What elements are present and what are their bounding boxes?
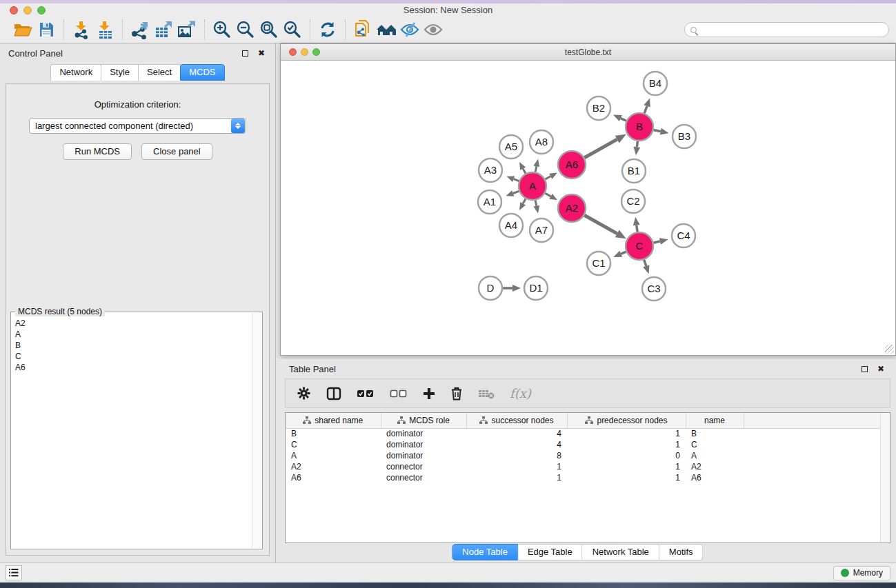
result-scrollbar[interactable] bbox=[252, 313, 261, 548]
first-neighbors-icon[interactable] bbox=[375, 19, 398, 41]
graph-node-A4[interactable]: A4 bbox=[499, 214, 523, 237]
delete-table-icon[interactable] bbox=[478, 383, 495, 404]
search-input[interactable] bbox=[701, 23, 888, 36]
export-image-icon[interactable] bbox=[175, 19, 199, 41]
graph-edge-A-A2[interactable] bbox=[545, 193, 550, 196]
criterion-select[interactable]: largest connected component (directed) bbox=[29, 118, 246, 134]
table-row[interactable]: Bdominator 41 B bbox=[286, 428, 890, 439]
graph-node-C[interactable]: C bbox=[626, 232, 653, 260]
tab-select[interactable]: Select bbox=[139, 64, 181, 81]
graph-node-A1[interactable]: A1 bbox=[478, 190, 501, 214]
graph-node-B3[interactable]: B3 bbox=[673, 125, 696, 148]
graph-edge-A-A5[interactable] bbox=[523, 169, 526, 174]
show-panels-list-button[interactable] bbox=[6, 565, 22, 580]
refresh-icon[interactable] bbox=[316, 19, 339, 41]
run-mcds-button[interactable]: Run MCDS bbox=[63, 143, 132, 160]
table-scrollbar[interactable] bbox=[880, 413, 890, 543]
graph-edge-B-B2[interactable] bbox=[621, 119, 626, 121]
network-graph[interactable]: B4B2BB3A5A8A6B1A3AC2A1A2A4A7C4CC1C3DD1 bbox=[281, 61, 895, 356]
zoom-out-icon[interactable] bbox=[234, 19, 257, 41]
export-network-icon[interactable] bbox=[128, 19, 152, 41]
show-column-panel-icon[interactable] bbox=[326, 383, 341, 404]
select-all-columns-icon[interactable] bbox=[357, 383, 375, 404]
graph-node-C4[interactable]: C4 bbox=[672, 224, 695, 247]
graph-node-A7[interactable]: A7 bbox=[530, 219, 553, 242]
tab-style[interactable]: Style bbox=[101, 64, 139, 81]
show-all-icon[interactable] bbox=[421, 19, 445, 41]
tab-network-table[interactable]: Network Table bbox=[583, 544, 659, 560]
import-network-icon[interactable] bbox=[70, 19, 93, 41]
tab-edge-table[interactable]: Edge Table bbox=[518, 544, 583, 560]
import-table-icon[interactable] bbox=[93, 19, 117, 41]
table-row[interactable]: A6connector 11 A6 bbox=[286, 472, 890, 483]
zoom-in-icon[interactable] bbox=[210, 19, 234, 41]
tab-node-table[interactable]: Node Table bbox=[452, 544, 518, 560]
graph-edge-C-C4[interactable] bbox=[653, 241, 659, 243]
close-panel-button[interactable]: Close panel bbox=[141, 143, 212, 160]
network-minimize-button[interactable] bbox=[301, 48, 308, 56]
graph-node-B1[interactable]: B1 bbox=[622, 159, 646, 183]
graph-node-B4[interactable]: B4 bbox=[644, 72, 667, 95]
graph-edge-A-A4[interactable] bbox=[523, 199, 526, 203]
minimize-window-button[interactable] bbox=[23, 6, 32, 14]
export-table-icon[interactable] bbox=[152, 19, 175, 41]
table-row[interactable]: Adominator 80 A bbox=[286, 450, 890, 461]
graph-edge-A-A3[interactable] bbox=[514, 179, 519, 181]
mcds-result-item[interactable]: A2 bbox=[15, 318, 251, 329]
float-panel-icon[interactable] bbox=[239, 48, 250, 59]
graph-edge-A2-C[interactable] bbox=[584, 215, 617, 234]
mcds-result-item[interactable]: C bbox=[15, 351, 251, 362]
table-row[interactable]: Cdominator 41 C bbox=[286, 439, 890, 450]
column-header-name[interactable]: name bbox=[686, 413, 744, 428]
graph-node-C3[interactable]: C3 bbox=[642, 277, 666, 301]
table-settings-gear-icon[interactable] bbox=[297, 383, 311, 404]
graph-node-A6[interactable]: A6 bbox=[558, 151, 586, 179]
zoom-window-button[interactable] bbox=[37, 6, 46, 14]
graph-edge-A-A6[interactable] bbox=[545, 176, 550, 179]
graph-node-C2[interactable]: C2 bbox=[621, 190, 645, 213]
graph-node-A2[interactable]: A2 bbox=[558, 194, 586, 222]
close-panel-icon[interactable]: ✖ bbox=[256, 48, 267, 59]
unselect-all-columns-icon[interactable] bbox=[390, 383, 408, 404]
graph-edge-C-C3[interactable] bbox=[644, 260, 646, 266]
save-session-icon[interactable] bbox=[34, 19, 58, 41]
graph-edge-C-C1[interactable] bbox=[621, 252, 626, 254]
network-zoom-button[interactable] bbox=[312, 48, 320, 56]
mcds-result-item[interactable]: A6 bbox=[15, 362, 251, 373]
graph-node-B[interactable]: B bbox=[626, 113, 653, 141]
graph-node-C1[interactable]: C1 bbox=[587, 252, 610, 275]
graph-node-A[interactable]: A bbox=[519, 172, 546, 200]
column-header-successor-nodes[interactable]: successor nodes bbox=[466, 413, 567, 428]
network-close-button[interactable] bbox=[289, 48, 297, 56]
graph-edge-B-B1[interactable] bbox=[637, 141, 637, 147]
mcds-result-list[interactable]: A2 A B C A6 bbox=[15, 318, 251, 547]
column-header-predecessor-nodes[interactable]: predecessor nodes bbox=[567, 413, 686, 428]
close-window-button[interactable] bbox=[10, 6, 18, 14]
graph-node-D1[interactable]: D1 bbox=[524, 276, 548, 300]
column-header-shared-name[interactable]: shared name bbox=[286, 413, 381, 428]
delete-column-icon[interactable] bbox=[450, 383, 463, 404]
zoom-selected-icon[interactable] bbox=[281, 19, 304, 41]
tab-mcds[interactable]: MCDS bbox=[180, 64, 224, 81]
graph-node-A8[interactable]: A8 bbox=[530, 130, 553, 154]
network-window-titlebar[interactable]: testGlobe.txt bbox=[281, 44, 895, 61]
column-header-mcds-role[interactable]: MCDS role bbox=[381, 413, 466, 428]
graph-node-B2[interactable]: B2 bbox=[587, 97, 610, 120]
function-builder-icon[interactable]: f(x) bbox=[510, 383, 531, 404]
graph-node-D[interactable]: D bbox=[479, 276, 502, 300]
graph-edge-A-A8[interactable] bbox=[535, 166, 537, 172]
float-table-panel-icon[interactable] bbox=[859, 363, 870, 374]
hide-selected-icon[interactable] bbox=[398, 19, 421, 41]
search-field[interactable] bbox=[684, 22, 889, 37]
memory-button[interactable]: Memory bbox=[833, 566, 890, 580]
graph-edge-A-A7[interactable] bbox=[535, 201, 537, 206]
tab-network[interactable]: Network bbox=[50, 64, 101, 81]
graph-edge-A-A1[interactable] bbox=[513, 191, 519, 193]
graph-edge-C-C2[interactable] bbox=[637, 225, 637, 232]
table-row[interactable]: A2connector 11 A2 bbox=[286, 461, 890, 472]
mcds-result-item[interactable]: B bbox=[15, 340, 251, 351]
graph-edge-B-B3[interactable] bbox=[654, 130, 661, 131]
open-file-icon[interactable] bbox=[11, 19, 34, 41]
graph-node-A5[interactable]: A5 bbox=[499, 135, 523, 159]
network-canvas[interactable]: B4B2BB3A5A8A6B1A3AC2A1A2A4A7C4CC1C3DD1 bbox=[281, 61, 895, 355]
